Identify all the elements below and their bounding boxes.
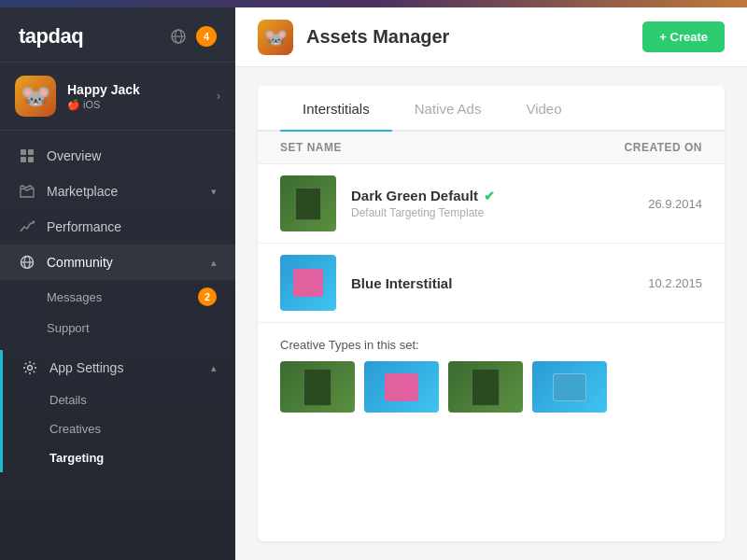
targeting-label: Targeting (49, 451, 104, 465)
sidebar-header: tapdaq 4 (0, 7, 235, 63)
row-info: Blue Interstitial (351, 275, 575, 291)
details-label: Details (49, 393, 87, 407)
world-icon (168, 26, 189, 47)
creative-thumb[interactable] (448, 361, 523, 413)
app-platform: 🍎 iOS (67, 99, 205, 111)
tab-interstitials[interactable]: Interstitials (280, 86, 392, 132)
sidebar-item-label: Marketplace (47, 184, 118, 199)
row-thumbnail (280, 175, 336, 231)
col-created-on: Created on (590, 141, 702, 154)
sidebar-item-community[interactable]: Community ▴ (0, 245, 235, 280)
svg-point-11 (28, 366, 33, 371)
row-subtitle: Default Targeting Template (351, 206, 575, 219)
messages-badge: 2 (198, 287, 217, 306)
row-date: 26.9.2014 (590, 197, 702, 211)
sidebar-item-app-settings[interactable]: App Settings ▴ (3, 350, 235, 385)
svg-rect-4 (28, 149, 34, 155)
content-area: Interstitials Native Ads Video Set Name … (235, 67, 747, 560)
row-info: Dark Green Default ✔ Default Targeting T… (351, 188, 575, 219)
top-bar (0, 0, 747, 7)
chevron-up-icon: ▴ (211, 362, 217, 374)
sidebar: tapdaq 4 🐭 (0, 7, 235, 560)
app-info: Happy Jack 🍎 iOS (67, 82, 205, 111)
table-row[interactable]: Blue Interstitial 10.2.2015 (258, 244, 725, 323)
verified-icon: ✔ (484, 189, 495, 203)
creative-types-label: Creative Types in this set: (280, 338, 702, 352)
creative-thumb[interactable] (364, 361, 439, 413)
svg-rect-5 (21, 157, 26, 162)
platform-icon: 🍎 (67, 99, 80, 111)
page-title: Assets Manager (306, 26, 449, 48)
create-button[interactable]: + Create (642, 21, 725, 52)
sidebar-item-messages[interactable]: Messages 2 (0, 280, 235, 314)
creative-types-section: Creative Types in this set: (258, 323, 725, 420)
support-label: Support (47, 321, 90, 335)
creatives-label: Creatives (49, 422, 101, 436)
creative-thumbs (280, 361, 702, 413)
creative-thumb[interactable] (532, 361, 607, 413)
sidebar-item-creatives[interactable]: Creatives (3, 414, 235, 443)
settings-icon (21, 359, 38, 376)
svg-rect-3 (21, 149, 26, 155)
header-left: 🐭 Assets Manager (258, 20, 449, 55)
logo: tapdaq (19, 24, 83, 49)
svg-rect-6 (28, 157, 34, 162)
table-row[interactable]: Dark Green Default ✔ Default Targeting T… (258, 164, 725, 244)
app-selector[interactable]: 🐭 Happy Jack 🍎 iOS › (0, 63, 235, 131)
app-name: Happy Jack (67, 82, 205, 97)
sidebar-item-label: Performance (47, 219, 121, 234)
row-date: 10.2.2015 (590, 276, 702, 290)
tab-native-ads[interactable]: Native Ads (392, 86, 504, 132)
table-header: Set Name Created on (258, 132, 725, 164)
sidebar-item-details[interactable]: Details (3, 385, 235, 414)
chevron-right-icon: › (217, 90, 220, 103)
tab-video[interactable]: Video (503, 86, 584, 132)
sidebar-item-performance[interactable]: Performance (0, 209, 235, 245)
content-card: Interstitials Native Ads Video Set Name … (258, 86, 725, 541)
messages-label: Messages (47, 290, 102, 304)
performance-icon (19, 218, 35, 235)
sidebar-item-marketplace[interactable]: Marketplace ▾ (0, 174, 235, 209)
row-thumbnail (280, 255, 336, 311)
creative-thumb[interactable] (280, 361, 355, 413)
avatar: 🐭 (15, 76, 56, 117)
notification-badge[interactable]: 4 (196, 26, 217, 47)
app-settings-label: App Settings (49, 360, 123, 375)
chevron-up-icon: ▴ (211, 257, 217, 269)
overview-icon (19, 147, 35, 164)
row-name: Blue Interstitial (351, 275, 575, 291)
app-settings-section: App Settings ▴ Details Creatives Targeti… (0, 350, 235, 472)
sidebar-item-targeting[interactable]: Targeting (3, 443, 235, 472)
tabs: Interstitials Native Ads Video (258, 86, 725, 132)
sidebar-item-overview[interactable]: Overview (0, 138, 235, 174)
community-icon (19, 254, 35, 271)
main-content: 🐭 Assets Manager + Create Interstitials … (235, 7, 747, 560)
header-app-icon: 🐭 (258, 20, 293, 55)
sidebar-item-label: Community (47, 255, 113, 270)
row-name: Dark Green Default ✔ (351, 188, 575, 203)
chevron-down-icon: ▾ (211, 186, 217, 198)
col-set-name: Set Name (280, 141, 590, 154)
nav-section: Overview Marketplace ▾ (0, 131, 235, 350)
main-header: 🐭 Assets Manager + Create (235, 7, 747, 67)
sidebar-item-support[interactable]: Support (0, 314, 235, 343)
marketplace-icon (19, 183, 35, 200)
sidebar-item-label: Overview (47, 148, 101, 163)
